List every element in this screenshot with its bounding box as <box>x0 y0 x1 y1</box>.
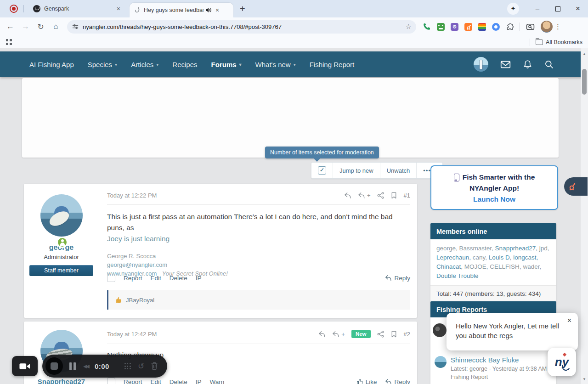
url-text[interactable]: nyangler.com/threads/hey-guys-some-feedb… <box>83 23 402 30</box>
hubspot-widget-tab[interactable] <box>564 177 588 196</box>
tab-active-thread[interactable]: Hey guys some feedback o × <box>130 3 233 17</box>
robot-extension-icon[interactable] <box>437 23 445 31</box>
reload-button[interactable]: ↻ <box>33 22 48 32</box>
member-link[interactable]: Chinacat <box>436 263 464 270</box>
ip-link[interactable]: IP <box>196 275 202 282</box>
reply-button[interactable]: Reply <box>385 378 410 384</box>
member-link[interactable]: CELLFISH <box>490 263 523 270</box>
site-settings-icon[interactable] <box>72 23 79 30</box>
nav-item-articles[interactable]: Articles▾ <box>131 61 158 68</box>
nav-item-species[interactable]: Species▾ <box>88 61 117 68</box>
blur-tool-icon[interactable] <box>124 363 131 369</box>
phone-extension-icon[interactable] <box>423 23 431 31</box>
scroll-down-icon[interactable]: ▼ <box>581 377 588 381</box>
edit-link[interactable]: Edit <box>151 275 161 282</box>
apps-grid-icon[interactable] <box>6 39 12 45</box>
report-title-link[interactable]: Shinnecock Bay Fluke <box>451 356 547 364</box>
all-bookmarks-button[interactable]: All Bookmarks <box>546 39 582 45</box>
close-tab-icon[interactable]: × <box>215 7 219 13</box>
home-button[interactable]: ⌂ <box>48 22 63 31</box>
quote-reply-icon[interactable] <box>318 331 326 338</box>
user-avatar[interactable] <box>474 57 488 72</box>
reaction-users[interactable]: JBayRoyal <box>126 297 154 304</box>
post-timestamp[interactable]: Today at 12:22 PM <box>107 192 157 199</box>
report-link[interactable]: Report <box>124 378 142 384</box>
bookmark-icon[interactable] <box>390 192 397 199</box>
chrome-menu-icon[interactable]: ⋮ <box>553 23 567 31</box>
launch-now-link[interactable]: Launch Now <box>473 195 515 203</box>
reactions-bar[interactable]: JBayRoyal <box>107 290 410 310</box>
color-extension-icon[interactable] <box>478 23 486 31</box>
delete-link[interactable]: Delete <box>170 378 187 384</box>
camera-bubble-button[interactable] <box>12 356 38 376</box>
sparkle-icon[interactable]: ✦ <box>507 3 519 15</box>
audio-playing-icon[interactable] <box>205 7 212 13</box>
alerts-bell-icon[interactable] <box>523 60 532 69</box>
post-number-link[interactable]: #2 <box>404 331 410 338</box>
member-link[interactable]: Double Trouble <box>436 272 479 279</box>
close-tab-icon[interactable]: × <box>117 6 120 12</box>
address-bar[interactable]: nyangler.com/threads/hey-guys-some-feedb… <box>67 20 416 34</box>
report-link[interactable]: Report <box>124 275 142 282</box>
unwatch-button[interactable]: Unwatch <box>380 163 417 178</box>
extensions-puzzle-icon[interactable] <box>506 23 514 31</box>
nav-item-fishing-report[interactable]: Fishing Report <box>310 61 355 68</box>
warn-link[interactable]: Warn <box>210 378 225 384</box>
rewind-icon[interactable]: ◀◀ <box>83 363 88 369</box>
fishing-report-item[interactable]: Shinnecock Bay Fluke Latest: george · Ye… <box>435 356 547 380</box>
reply-button[interactable]: Reply <box>385 275 410 282</box>
close-icon[interactable]: × <box>567 316 571 325</box>
signature-email-link[interactable]: george@nyangler.com <box>107 260 410 269</box>
pause-button[interactable] <box>69 362 76 370</box>
member-link[interactable]: Leprechaun <box>436 254 473 261</box>
nyangler-chat-launcher[interactable]: ny <box>548 348 576 376</box>
nav-item-forums[interactable]: Forums▾ <box>211 61 242 68</box>
page-scrollbar[interactable]: ▲ ▼ <box>581 48 588 384</box>
ip-link[interactable]: IP <box>196 378 202 384</box>
hubspot-extension-icon[interactable] <box>464 23 472 31</box>
bookmark-icon[interactable] <box>390 331 397 338</box>
share-icon[interactable] <box>377 331 384 338</box>
scroll-up-icon[interactable]: ▲ <box>581 52 588 56</box>
stop-recording-button[interactable] <box>45 357 63 375</box>
nav-item-ai-fishing-app[interactable]: AI Fishing App <box>29 61 74 68</box>
nav-item-recipes[interactable]: Recipes <box>172 61 197 68</box>
profile-avatar[interactable] <box>541 21 553 33</box>
multiquote-icon[interactable] <box>358 192 365 199</box>
blue-extension-icon[interactable] <box>492 23 500 31</box>
author-avatar[interactable] <box>40 194 83 237</box>
bookmark-star-icon[interactable]: ☆ <box>406 23 412 31</box>
member-link[interactable]: jpd <box>539 245 549 252</box>
delete-link[interactable]: Delete <box>170 275 187 282</box>
back-button[interactable]: ← <box>3 22 18 31</box>
select-all-checkbox[interactable]: ✓ <box>311 163 333 178</box>
new-tab-button[interactable]: + <box>240 4 245 14</box>
share-icon[interactable] <box>377 192 384 199</box>
member-link[interactable]: wader <box>523 263 541 270</box>
member-link[interactable]: george <box>436 245 459 252</box>
post-body-link[interactable]: Joey is just learning <box>107 233 410 244</box>
member-link[interactable]: cany <box>473 254 489 261</box>
gear-extension-icon[interactable]: ⚙ <box>451 23 458 31</box>
delete-recording-icon[interactable] <box>151 362 158 370</box>
quote-reply-icon[interactable] <box>344 192 351 199</box>
scrollbar-thumb[interactable] <box>582 69 587 95</box>
multiquote-icon[interactable] <box>332 331 339 338</box>
jump-to-new-button[interactable]: Jump to new <box>333 163 380 178</box>
select-post-checkbox[interactable] <box>107 274 115 282</box>
member-link[interactable]: MOJOE <box>464 263 490 270</box>
like-button[interactable]: Like <box>356 378 377 384</box>
member-link[interactable]: Snapprhead27 <box>495 245 539 252</box>
member-link[interactable]: Louis D <box>489 254 513 261</box>
forward-button[interactable]: → <box>18 22 33 31</box>
messages-envelope-icon[interactable] <box>500 60 511 69</box>
select-post-checkbox[interactable] <box>107 378 115 384</box>
maximize-button[interactable] <box>548 5 568 13</box>
edit-link[interactable]: Edit <box>151 378 161 384</box>
tab-search-icon[interactable] <box>526 23 535 31</box>
post-timestamp[interactable]: Today at 12:42 PM <box>107 331 157 338</box>
search-icon[interactable] <box>544 60 554 69</box>
nav-item-whats-new[interactable]: What's new▾ <box>255 61 296 68</box>
close-window-button[interactable]: × <box>568 4 588 13</box>
checkbox-checked-icon[interactable]: ✓ <box>318 166 326 175</box>
